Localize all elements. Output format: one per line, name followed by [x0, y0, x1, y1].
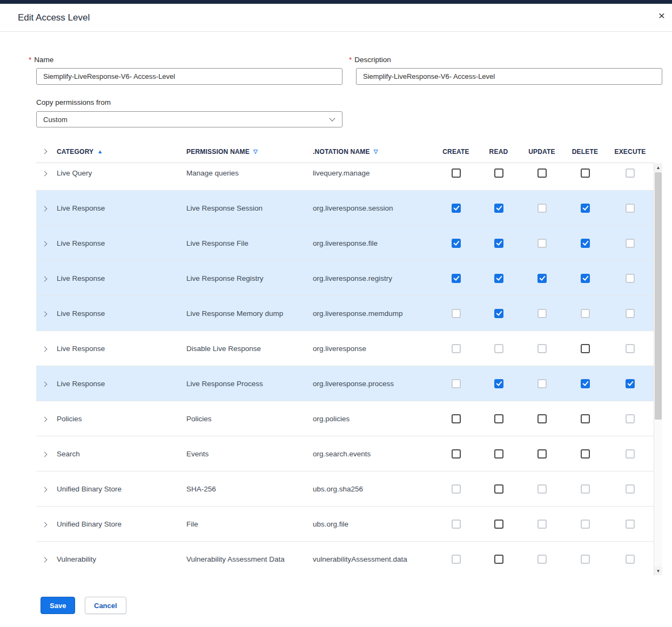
row-notation-name: org.liveresponse.process: [313, 380, 435, 388]
table-row: Live ResponseLive Response Registryorg.l…: [36, 261, 654, 296]
read-checkbox[interactable]: [494, 204, 503, 213]
row-category: Vulnerability: [57, 555, 186, 563]
execute-checkbox: [626, 520, 635, 529]
read-checkbox: [494, 344, 503, 353]
row-expand-icon[interactable]: [42, 277, 48, 282]
close-icon[interactable]: ×: [658, 10, 665, 21]
read-checkbox[interactable]: [494, 555, 503, 564]
description-input[interactable]: [356, 68, 662, 85]
table-row: Live ResponseLive Response Memory dumpor…: [36, 296, 654, 331]
window-top-strip: [0, 0, 672, 4]
update-checkbox: [537, 520, 547, 529]
create-checkbox: [452, 309, 461, 318]
read-checkbox[interactable]: [494, 520, 503, 529]
permission-header-label: PERMISSION NAME: [186, 148, 250, 156]
delete-checkbox[interactable]: [581, 414, 590, 423]
update-checkbox: [537, 344, 547, 353]
update-checkbox[interactable]: [537, 168, 547, 178]
row-expand-icon[interactable]: [42, 557, 48, 563]
table-scrollbar[interactable]: ▲ ▼: [654, 163, 662, 575]
execute-checkbox: [626, 309, 635, 318]
column-header-permission-name[interactable]: PERMISSION NAME ▽: [186, 148, 313, 156]
delete-checkbox[interactable]: [581, 379, 590, 388]
delete-checkbox[interactable]: [581, 239, 590, 248]
row-expand-icon[interactable]: [42, 241, 48, 247]
column-header-delete: DELETE: [563, 148, 607, 156]
row-permission-name: Disable Live Response: [186, 345, 313, 353]
delete-checkbox[interactable]: [581, 449, 590, 459]
table-row: SearchEventsorg.search.events: [36, 436, 654, 471]
execute-checkbox: [626, 555, 635, 564]
update-checkbox: [537, 379, 547, 388]
save-button[interactable]: Save: [41, 597, 75, 614]
column-header-create: CREATE: [435, 148, 477, 156]
expand-all-icon[interactable]: [42, 149, 48, 154]
read-checkbox[interactable]: [494, 414, 503, 423]
row-expand-icon[interactable]: [42, 312, 48, 317]
create-checkbox[interactable]: [452, 274, 461, 283]
description-label-text: Description: [354, 56, 391, 64]
column-header-notation-name[interactable]: .NOTATION NAME ▽: [313, 148, 435, 156]
table-viewport: Live QueryManage querieslivequery.manage…: [36, 163, 654, 575]
row-permission-name: Live Response Registry: [186, 274, 313, 282]
row-expand-icon[interactable]: [42, 417, 48, 422]
update-checkbox: [537, 239, 547, 248]
update-checkbox[interactable]: [537, 274, 547, 283]
delete-checkbox[interactable]: [581, 168, 590, 178]
delete-checkbox[interactable]: [581, 274, 590, 283]
read-checkbox[interactable]: [494, 379, 503, 388]
row-permission-name: Live Response Process: [186, 380, 313, 388]
update-checkbox[interactable]: [537, 414, 547, 423]
row-notation-name: org.search.events: [313, 450, 435, 458]
row-expand-icon[interactable]: [42, 382, 48, 387]
row-category: Live Response: [57, 204, 186, 212]
delete-checkbox: [581, 484, 590, 494]
create-checkbox[interactable]: [452, 239, 461, 248]
update-checkbox[interactable]: [537, 449, 547, 459]
row-notation-name: ubs.org.file: [313, 520, 435, 528]
create-checkbox[interactable]: [452, 449, 461, 459]
row-expand-icon[interactable]: [42, 487, 48, 493]
row-category: Live Response: [57, 274, 186, 282]
read-checkbox[interactable]: [494, 449, 503, 459]
delete-checkbox[interactable]: [581, 204, 590, 213]
dialog-header: Edit Access Level ×: [0, 4, 672, 32]
copy-permissions-select[interactable]: Custom: [36, 111, 342, 127]
create-checkbox: [452, 520, 461, 529]
column-header-read: READ: [477, 148, 520, 156]
create-checkbox: [452, 344, 461, 353]
execute-checkbox[interactable]: [626, 379, 635, 388]
read-checkbox[interactable]: [494, 168, 503, 178]
row-expand-icon[interactable]: [42, 452, 48, 457]
create-checkbox: [452, 555, 461, 564]
column-header-category[interactable]: CATEGORY ▲: [57, 148, 186, 156]
chevron-down-icon: [329, 115, 335, 121]
row-category: Live Response: [57, 345, 186, 353]
row-expand-icon[interactable]: [42, 522, 48, 528]
scrollbar-thumb[interactable]: [655, 172, 662, 420]
create-checkbox[interactable]: [452, 204, 461, 213]
copy-permissions-label: Copy permissions from: [36, 98, 111, 106]
execute-checkbox: [626, 274, 635, 283]
create-checkbox[interactable]: [452, 168, 461, 178]
execute-checkbox: [626, 204, 635, 213]
required-asterisk: *: [349, 56, 352, 64]
table-row: Live ResponseLive Response Fileorg.liver…: [36, 226, 654, 261]
table-row: PoliciesPoliciesorg.policies: [36, 401, 654, 436]
row-expand-icon[interactable]: [42, 171, 48, 177]
row-notation-name: org.policies: [313, 415, 435, 423]
scroll-up-button[interactable]: ▲: [654, 163, 662, 172]
row-expand-icon[interactable]: [42, 206, 48, 212]
read-checkbox[interactable]: [494, 309, 503, 318]
name-input[interactable]: [36, 68, 342, 85]
row-expand-icon[interactable]: [42, 347, 48, 352]
read-checkbox[interactable]: [494, 239, 503, 248]
cancel-button[interactable]: Cancel: [85, 597, 126, 614]
scroll-down-button[interactable]: ▼: [654, 567, 662, 575]
execute-checkbox: [626, 484, 635, 494]
delete-checkbox[interactable]: [581, 344, 590, 353]
create-checkbox[interactable]: [452, 414, 461, 423]
read-checkbox[interactable]: [494, 274, 503, 283]
read-checkbox[interactable]: [494, 484, 503, 494]
sort-descending-icon: ▽: [374, 149, 378, 154]
